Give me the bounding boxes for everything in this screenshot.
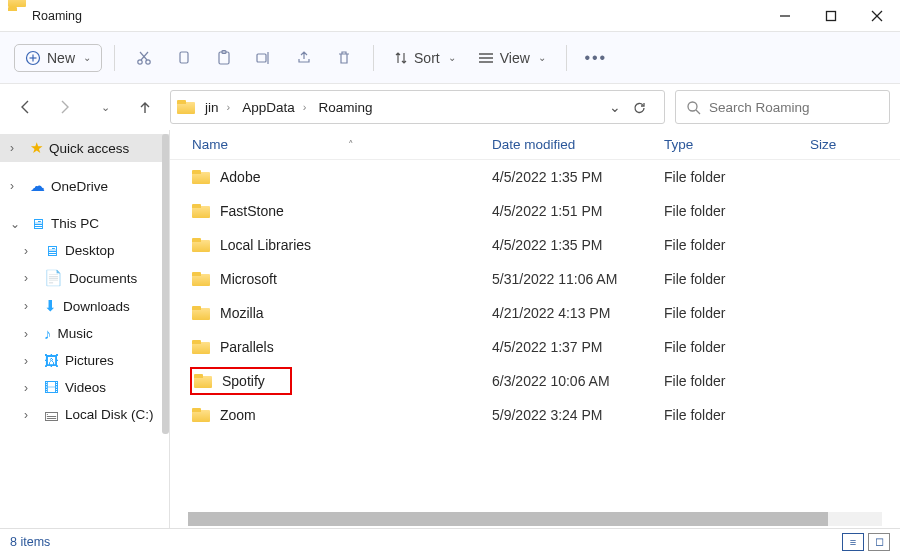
search-input[interactable]	[709, 100, 869, 115]
column-date[interactable]: Date modified	[492, 137, 664, 152]
chevron-right-icon: ›	[24, 271, 38, 285]
folder-icon	[192, 272, 210, 286]
file-name: Adobe	[220, 169, 260, 185]
pictures-icon: 🖼	[44, 352, 59, 369]
crumb-jin[interactable]: jin	[205, 100, 219, 115]
scrollbar[interactable]	[162, 134, 169, 434]
nav-music[interactable]: › ♪ Music	[0, 320, 169, 347]
file-name: Parallels	[220, 339, 274, 355]
table-row[interactable]: Microsoft5/31/2022 11:06 AMFile folder	[170, 262, 900, 296]
column-size[interactable]: Size	[810, 137, 900, 152]
downloads-icon: ⬇	[44, 297, 57, 315]
new-label: New	[47, 50, 75, 66]
svg-point-8	[146, 59, 150, 63]
drive-icon: 🖴	[44, 406, 59, 423]
nav-quick-access[interactable]: › ★ Quick access	[0, 134, 169, 162]
desktop-icon: 🖥	[44, 242, 59, 259]
close-button[interactable]	[854, 0, 900, 32]
sort-button[interactable]: Sort ⌄	[386, 46, 464, 70]
file-name: FastStone	[220, 203, 284, 219]
folder-icon	[192, 408, 210, 422]
address-dropdown[interactable]: ⌄	[602, 99, 628, 115]
file-date: 4/21/2022 4:13 PM	[492, 305, 664, 321]
paste-button[interactable]	[207, 41, 241, 75]
nav-local-disk[interactable]: › 🖴 Local Disk (C:)	[0, 401, 169, 428]
new-button[interactable]: New ⌄	[14, 44, 102, 72]
nav-videos[interactable]: › 🎞 Videos	[0, 374, 169, 401]
view-button[interactable]: View ⌄	[470, 46, 554, 70]
sort-icon	[394, 51, 408, 65]
nav-label: Downloads	[63, 299, 130, 314]
file-date: 6/3/2022 10:06 AM	[492, 373, 664, 389]
table-row[interactable]: Spotify6/3/2022 10:06 AMFile folder	[170, 364, 900, 398]
minimize-button[interactable]	[762, 0, 808, 32]
back-button[interactable]	[10, 92, 40, 122]
chevron-down-icon: ⌄	[10, 217, 24, 231]
svg-line-20	[696, 110, 700, 114]
navigation-pane: › ★ Quick access › ☁ OneDrive ⌄ 🖥 This P…	[0, 130, 170, 528]
horizontal-scrollbar[interactable]	[188, 512, 882, 526]
nav-onedrive[interactable]: › ☁ OneDrive	[0, 172, 169, 200]
table-row[interactable]: Zoom5/9/2022 3:24 PMFile folder	[170, 398, 900, 432]
ellipsis-icon: •••	[584, 49, 607, 67]
svg-line-9	[141, 52, 148, 60]
breadcrumb: AppData›	[240, 100, 312, 115]
search-box[interactable]	[675, 90, 890, 124]
nav-documents[interactable]: › 📄 Documents	[0, 264, 169, 292]
view-label: View	[500, 50, 530, 66]
crumb-appdata[interactable]: AppData	[242, 100, 295, 115]
table-row[interactable]: Parallels4/5/2022 1:37 PMFile folder	[170, 330, 900, 364]
table-row[interactable]: Mozilla4/21/2022 4:13 PMFile folder	[170, 296, 900, 330]
refresh-button[interactable]	[632, 100, 658, 115]
chevron-right-icon: ›	[24, 244, 38, 258]
nav-this-pc[interactable]: ⌄ 🖥 This PC	[0, 210, 169, 237]
nav-pictures[interactable]: › 🖼 Pictures	[0, 347, 169, 374]
details-view-button[interactable]: ≡	[842, 533, 864, 551]
column-type[interactable]: Type	[664, 137, 810, 152]
music-icon: ♪	[44, 325, 52, 342]
table-row[interactable]: FastStone4/5/2022 1:51 PMFile folder	[170, 194, 900, 228]
svg-point-7	[138, 59, 142, 63]
rename-button[interactable]	[247, 41, 281, 75]
crumb-roaming[interactable]: Roaming	[318, 100, 372, 115]
file-name: Spotify	[222, 373, 265, 389]
separator	[373, 45, 374, 71]
table-row[interactable]: Adobe4/5/2022 1:35 PMFile folder	[170, 160, 900, 194]
file-date: 4/5/2022 1:35 PM	[492, 237, 664, 253]
rename-icon	[255, 49, 273, 67]
documents-icon: 📄	[44, 269, 63, 287]
forward-button[interactable]	[50, 92, 80, 122]
share-button[interactable]	[287, 41, 321, 75]
chevron-right-icon: ›	[24, 327, 38, 341]
address-bar[interactable]: jin› AppData› Roaming ⌄	[170, 90, 665, 124]
item-count: 8 items	[10, 535, 50, 549]
file-name: Zoom	[220, 407, 256, 423]
sort-asc-icon: ˄	[348, 139, 354, 151]
delete-button[interactable]	[327, 41, 361, 75]
nav-label: Local Disk (C:)	[65, 407, 154, 422]
thumbnails-view-button[interactable]: ◻	[868, 533, 890, 551]
recent-button[interactable]: ⌄	[90, 92, 120, 122]
nav-downloads[interactable]: › ⬇ Downloads	[0, 292, 169, 320]
copy-icon	[175, 49, 193, 67]
chevron-down-icon: ⌄	[83, 52, 91, 63]
nav-desktop[interactable]: › 🖥 Desktop	[0, 237, 169, 264]
table-row[interactable]: Local Libraries4/5/2022 1:35 PMFile fold…	[170, 228, 900, 262]
copy-button[interactable]	[167, 41, 201, 75]
refresh-icon	[632, 100, 647, 115]
file-name: Microsoft	[220, 271, 277, 287]
file-date: 5/9/2022 3:24 PM	[492, 407, 664, 423]
file-type: File folder	[664, 339, 810, 355]
window-title: Roaming	[32, 9, 82, 23]
up-button[interactable]	[130, 92, 160, 122]
more-button[interactable]: •••	[579, 41, 613, 75]
folder-icon	[192, 306, 210, 320]
chevron-right-icon: ›	[227, 101, 231, 113]
cut-button[interactable]	[127, 41, 161, 75]
file-name: Local Libraries	[220, 237, 311, 253]
file-type: File folder	[664, 169, 810, 185]
chevron-right-icon: ›	[24, 381, 38, 395]
column-name[interactable]: Name˄	[192, 137, 492, 152]
chevron-down-icon: ⌄	[448, 52, 456, 63]
maximize-button[interactable]	[808, 0, 854, 32]
